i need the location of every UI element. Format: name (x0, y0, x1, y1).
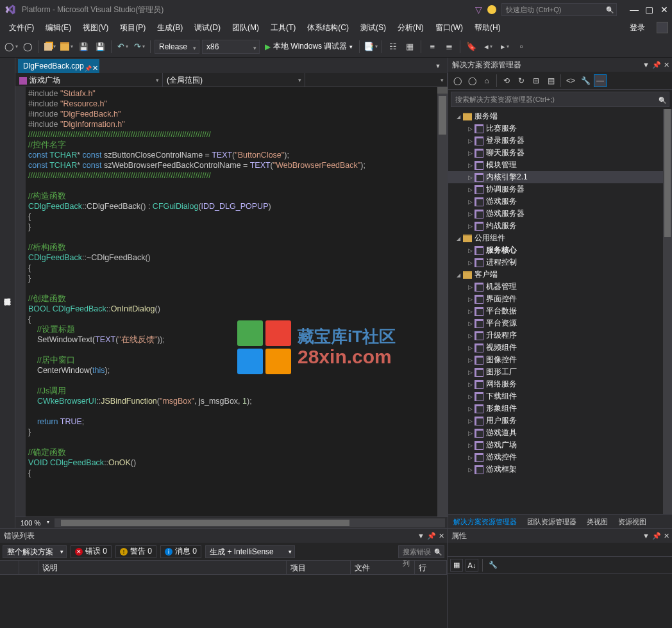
redo-button[interactable] (132, 40, 146, 54)
nav-type-combo[interactable]: (全局范围) (163, 73, 305, 87)
menu-test[interactable]: 测试(S) (355, 21, 391, 35)
tree-proj-kernel[interactable]: 内核引擎2.1 (448, 171, 672, 183)
panel-close-icon[interactable]: ✕ (664, 61, 669, 69)
open-file-button[interactable] (60, 40, 74, 54)
se-refresh-button[interactable]: ↻ (515, 74, 528, 87)
undo-button[interactable] (115, 40, 130, 54)
find-in-files-button[interactable]: 📑 (364, 40, 378, 54)
tree-proj-uicontrol[interactable]: 界面控件 (448, 293, 672, 305)
menu-analyze[interactable]: 分析(N) (392, 21, 429, 35)
zoom-select[interactable]: 100 % (18, 519, 51, 527)
tree-proj-usersvc[interactable]: 用户服务 (448, 415, 672, 427)
se-preview-button[interactable]: — (594, 74, 607, 87)
tree-proj-net[interactable]: 网络服务 (448, 378, 672, 390)
menu-login[interactable]: 登录 (623, 21, 651, 35)
tree-proj-download[interactable]: 下载组件 (448, 390, 672, 402)
props-close-icon[interactable]: ✕ (664, 532, 669, 540)
properties-grid[interactable] (448, 574, 672, 628)
config-select[interactable]: Release (155, 40, 199, 54)
solution-tree[interactable]: 服务端 比赛服务 登录服务器 聊天服务器 模块管理 内核引擎2.1 协调服务器 … (448, 109, 672, 514)
save-all-button[interactable] (93, 40, 107, 54)
clear-bookmarks-button[interactable]: ▫ (514, 40, 528, 54)
tree-proj-compete[interactable]: 比赛服务 (448, 122, 672, 135)
tree-proj-coord[interactable]: 协调服务器 (448, 183, 672, 195)
uncomment-button[interactable]: ≣ (442, 40, 456, 54)
platform-select[interactable]: x86 (202, 40, 260, 54)
comment-button[interactable]: ≡ (425, 40, 439, 54)
se-code-button[interactable]: <> (564, 74, 577, 87)
tree-folder-common[interactable]: 公用组件 (448, 232, 672, 244)
se-properties-button[interactable]: 🔧 (579, 74, 592, 87)
run-debug-button[interactable]: ▶ 本地 Windows 调试器 ▾ (262, 41, 355, 52)
el-col-project[interactable]: 项目 (287, 561, 351, 574)
tree-proj-login[interactable]: 登录服务器 (448, 135, 672, 147)
menu-team[interactable]: 团队(M) (227, 21, 264, 35)
menu-window[interactable]: 窗口(W) (430, 21, 468, 35)
tree-proj-platres[interactable]: 平台资源 (448, 317, 672, 329)
tree-proj-shape[interactable]: 形象组件 (448, 402, 672, 415)
el-build-filter[interactable]: 生成 + IntelliSense (205, 545, 295, 558)
hscroll-thumb[interactable] (61, 520, 349, 526)
menu-project[interactable]: 项目(P) (115, 21, 151, 35)
menu-edit[interactable]: 编辑(E) (40, 21, 76, 35)
feedback-icon[interactable] (487, 5, 496, 14)
user-avatar-icon[interactable] (657, 22, 668, 33)
split-handle[interactable] (437, 87, 448, 94)
code-editor[interactable]: #include "Stdafx.h" #include "Resource.h… (15, 87, 448, 516)
next-bookmark-button[interactable]: ▸ (498, 40, 512, 54)
new-project-button[interactable] (43, 40, 57, 54)
tree-proj-video[interactable]: 视频组件 (448, 342, 672, 354)
doc-tab-dlgfeedback[interactable]: DlgFeedBack.cpp 📌 ✕ (18, 59, 99, 73)
props-categorized-button[interactable]: ▦ (450, 559, 463, 572)
toolbar-btn-b[interactable]: ▦ (403, 40, 417, 54)
el-errors-toggle[interactable]: ✕错误 0 (71, 545, 112, 558)
nav-member-combo[interactable] (305, 73, 448, 87)
se-collapse-button[interactable]: ⊟ (530, 74, 542, 87)
menu-tools[interactable]: 工具(T) (265, 21, 301, 35)
tree-proj-image[interactable]: 图像控件 (448, 354, 672, 366)
props-object-combo[interactable] (448, 543, 672, 557)
tree-proj-graph[interactable]: 图形工厂 (448, 366, 672, 378)
tree-scroll-thumb[interactable] (664, 109, 671, 237)
tree-proj-machine[interactable]: 机器管理 (448, 281, 672, 293)
server-explorer-tab[interactable]: 服务器资源管理器 (1, 63, 13, 523)
se-sync-button[interactable]: ⟲ (500, 74, 513, 87)
tree-proj-battle[interactable]: 约战服务 (448, 220, 672, 232)
tree-proj-chat[interactable]: 聊天服务器 (448, 147, 672, 159)
close-button[interactable]: ✕ (660, 6, 668, 13)
nav-back-button[interactable]: ◯ (4, 40, 18, 54)
se-forward-button[interactable]: ◯ (466, 74, 478, 87)
tab-class-view[interactable]: 类视图 (582, 515, 613, 528)
tree-proj-gameframe[interactable]: 游戏框架 (448, 463, 672, 475)
tab-solution-explorer[interactable]: 解决方案资源管理器 (448, 515, 522, 528)
tree-proj-core[interactable]: 服务核心 (448, 244, 672, 256)
menu-file[interactable]: 文件(F) (4, 21, 39, 35)
el-pin-icon[interactable]: 📌 (427, 532, 436, 540)
code-content[interactable]: #include "Stdafx.h" #include "Resource.h… (26, 87, 448, 516)
tree-proj-gamesvr[interactable]: 游戏服务器 (448, 208, 672, 220)
menu-debug[interactable]: 调试(D) (189, 21, 226, 35)
tree-proj-gamesvc[interactable]: 游戏服务 (448, 195, 672, 208)
nav-forward-button[interactable]: ◯ (21, 40, 35, 54)
props-pin-icon[interactable]: 📌 (652, 532, 661, 540)
se-back-button[interactable]: ◯ (451, 74, 464, 87)
menu-arch[interactable]: 体系结构(C) (302, 21, 354, 35)
el-dropdown-icon[interactable]: ▼ (417, 532, 424, 540)
notifications-icon[interactable]: ▽ (475, 4, 482, 15)
active-files-dropdown[interactable]: ▼ (431, 59, 445, 73)
save-button[interactable] (76, 40, 90, 54)
tree-proj-platdata[interactable]: 平台数据 (448, 305, 672, 317)
el-col-code[interactable] (19, 561, 38, 574)
toolbox-tab[interactable]: 工具箱 (0, 63, 1, 523)
menu-view[interactable]: 视图(V) (78, 21, 113, 35)
error-grid-body[interactable] (0, 575, 447, 628)
tree-vscrollbar[interactable] (663, 109, 672, 514)
el-col-icon[interactable] (0, 561, 19, 574)
tab-resource-view[interactable]: 资源视图 (613, 515, 651, 528)
quick-launch-input[interactable]: 快速启动 (Ctrl+Q) (501, 3, 617, 16)
nav-scope-combo[interactable]: 游戏广场 (15, 73, 163, 87)
el-scope-filter[interactable]: 整个解决方案 (3, 545, 67, 558)
se-search-input[interactable]: 搜索解决方案资源管理器(Ctrl+;) (451, 92, 669, 107)
tree-proj-module[interactable]: 模块管理 (448, 159, 672, 171)
minimize-button[interactable]: ― (630, 6, 637, 13)
